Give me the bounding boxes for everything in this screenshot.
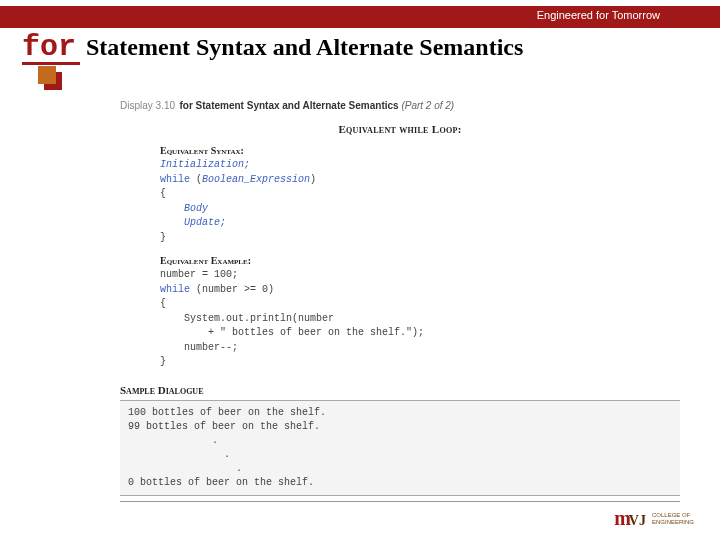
- logo-text: College of Engineering: [652, 512, 694, 525]
- output-line: .: [128, 449, 230, 460]
- logo-vj: VJ: [629, 513, 646, 528]
- slide-title: for Statement Syntax and Alternate Seman…: [22, 30, 523, 64]
- keyword-underline: [22, 62, 80, 65]
- output-line: .: [128, 463, 242, 474]
- heading-equivalent-while: Equivalent while Loop:: [120, 123, 680, 135]
- heading-equivalent-example: Equivalent Example:: [120, 255, 680, 266]
- syntax-code: Initialization; while (Boolean_Expressio…: [120, 158, 680, 245]
- code-line: number = 100;: [160, 269, 238, 280]
- output-line: 100 bottles of beer on the shelf.: [128, 407, 326, 418]
- keyword-for: for: [22, 30, 76, 64]
- title-rest: Statement Syntax and Alternate Semantics: [86, 34, 523, 61]
- example-code: number = 100; while (number >= 0) { Syst…: [120, 268, 680, 370]
- code-line: + " bottles of beer on the shelf.");: [160, 327, 424, 338]
- heading-equivalent-syntax: Equivalent Syntax:: [120, 145, 680, 156]
- footer-rule: [120, 501, 680, 502]
- footer-logo: mVJ College of Engineering: [614, 507, 694, 530]
- code-kw-while: while: [160, 174, 190, 185]
- display-number: Display 3.10: [120, 100, 175, 111]
- code-line: System.out.println(number: [160, 313, 334, 324]
- logo-mark: mVJ: [614, 507, 646, 530]
- code-line: Initialization;: [160, 159, 250, 170]
- code-line: (: [190, 174, 202, 185]
- code-placeholder: Boolean_Expression: [202, 174, 310, 185]
- logo-line: Engineering: [652, 519, 694, 526]
- code-line: }: [160, 232, 166, 243]
- heading-sample-dialogue: Sample Dialogue: [120, 384, 680, 396]
- code-line: ): [310, 174, 316, 185]
- code-kw-while: while: [160, 284, 190, 295]
- tagline: Engineered for Tomorrow: [537, 9, 660, 21]
- output-line: 0 bottles of beer on the shelf.: [128, 477, 314, 488]
- code-line: }: [160, 356, 166, 367]
- logo-line: College of: [652, 512, 694, 519]
- display-line: Display 3.10 for Statement Syntax and Al…: [120, 95, 680, 113]
- output-line: 99 bottles of beer on the shelf.: [128, 421, 320, 432]
- code-line: number--;: [160, 342, 238, 353]
- sample-output: 100 bottles of beer on the shelf. 99 bot…: [120, 400, 680, 496]
- decor-square-icon: [38, 66, 56, 84]
- code-line: {: [160, 298, 166, 309]
- display-part: (Part 2 of 2): [401, 100, 454, 111]
- content-area: Display 3.10 for Statement Syntax and Al…: [120, 95, 680, 496]
- output-line: .: [128, 435, 218, 446]
- code-line: (number >= 0): [190, 284, 274, 295]
- code-line: {: [160, 188, 166, 199]
- display-title: for Statement Syntax and Alternate Seman…: [179, 100, 401, 111]
- display-title-text: for Statement Syntax and Alternate Seman…: [179, 100, 398, 111]
- code-placeholder: Update;: [160, 217, 226, 228]
- code-placeholder: Body: [160, 203, 208, 214]
